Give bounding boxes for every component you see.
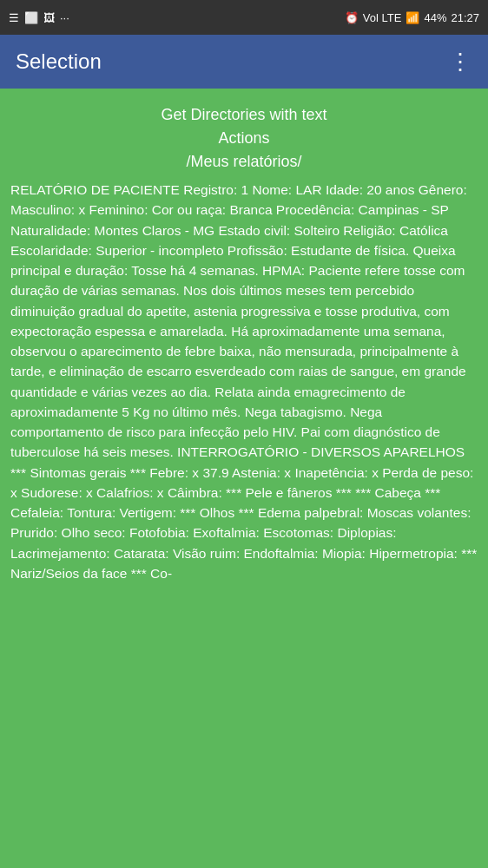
directory-path-text: /Meus relatórios/ — [10, 153, 478, 171]
status-bar: ☰ ⬜ 🖼 ··· ⏰ Vol LTE 📶 44% 21:27 — [0, 0, 488, 35]
alarm-icon: ⏰ — [345, 11, 359, 24]
signal-text: Vol LTE — [363, 11, 402, 24]
image-icon: 🖼 — [43, 11, 55, 24]
app-bar: Selection ⋮ — [0, 35, 488, 89]
status-bar-left: ☰ ⬜ 🖼 ··· — [9, 11, 69, 24]
app-title: Selection — [16, 49, 102, 74]
overflow-menu-icon[interactable]: ⋮ — [449, 49, 472, 76]
more-icon: ··· — [60, 11, 69, 24]
time-text: 21:27 — [451, 11, 479, 24]
content-area: Get Directories with text Actions /Meus … — [0, 89, 488, 868]
status-bar-right: ⏰ Vol LTE 📶 44% 21:27 — [345, 11, 479, 24]
window-icon: ⬜ — [24, 11, 38, 24]
report-body-text: RELATÓRIO DE PACIENTE Registro: 1 Nome: … — [10, 180, 478, 583]
get-directories-text: Get Directories with text — [10, 106, 478, 124]
menu-icon: ☰ — [9, 11, 19, 24]
battery-text: 44% — [424, 11, 446, 24]
actions-text: Actions — [10, 129, 478, 148]
wifi-icon: 📶 — [406, 11, 419, 24]
